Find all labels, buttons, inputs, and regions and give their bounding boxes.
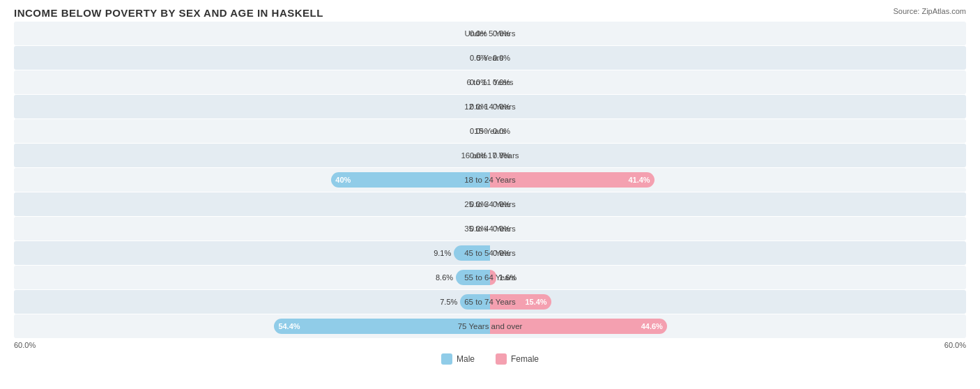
- bar-label: 25 to 34 Years: [464, 200, 516, 208]
- bar-label: Under 5 Years: [465, 29, 516, 38]
- bar-row: 0.0%0.0%15 Years: [14, 119, 966, 143]
- bar-row: 7.5%15.4%65 to 74 Years: [14, 290, 966, 314]
- bar-row: 0.0%0.0%16 and 17 Years: [14, 144, 966, 167]
- legend-female: Female: [496, 353, 539, 365]
- female-value-inside: 41.4%: [628, 176, 650, 184]
- bars-container: 0.0%0.0%Under 5 Years0.0%0.0%5 Years0.0%…: [14, 22, 966, 338]
- legend-male-label: Male: [457, 354, 475, 364]
- legend: Male Female: [14, 353, 966, 365]
- x-right-max: 60.0%: [944, 341, 966, 349]
- bar-label: 75 Years and over: [458, 322, 523, 330]
- bar-label: 55 to 64 Years: [464, 273, 516, 282]
- bar-row: 40%41.4%18 to 24 Years: [14, 168, 966, 192]
- source-label: Source: ZipAtlas.com: [893, 7, 966, 15]
- bar-row: 0.0%0.0%35 to 44 Years: [14, 217, 966, 241]
- legend-male-box: [441, 353, 452, 365]
- legend-male: Male: [441, 353, 475, 365]
- bar-label: 5 Years: [477, 54, 503, 62]
- legend-female-box: [496, 353, 507, 365]
- bar-label: 6 to 11 Years: [466, 78, 513, 86]
- bar-label: 18 to 24 Years: [464, 176, 516, 184]
- bar-label: 12 to 14 Years: [464, 102, 516, 111]
- bar-label: 16 and 17 Years: [461, 151, 519, 160]
- male-value-outside: 8.6%: [436, 273, 453, 282]
- bar-label: 15 Years: [475, 127, 506, 135]
- bar-row: 0.0%0.0%25 to 34 Years: [14, 192, 966, 216]
- female-value-inside: 15.4%: [525, 298, 546, 306]
- bar-row: 0.0%0.0%12 to 14 Years: [14, 95, 966, 119]
- bar-label: 35 to 44 Years: [464, 224, 516, 233]
- legend-female-label: Female: [511, 354, 539, 364]
- x-axis: 60.0% 60.0%: [14, 341, 966, 349]
- chart-container: INCOME BELOW POVERTY BY SEX AND AGE IN H…: [0, 0, 980, 389]
- bar-label: 65 to 74 Years: [464, 298, 516, 306]
- bar-row: 54.4%44.6%75 Years and over: [14, 314, 966, 338]
- male-value-inside: 40%: [335, 176, 351, 184]
- bar-row: 0.0%0.0%Under 5 Years: [14, 22, 966, 45]
- chart-title: INCOME BELOW POVERTY BY SEX AND AGE IN H…: [14, 7, 966, 19]
- x-left-max: 60.0%: [14, 341, 36, 349]
- bar-row: 0.0%0.0%5 Years: [14, 46, 966, 70]
- bar-row: 8.6%1.6%55 to 64 Years: [14, 266, 966, 289]
- male-value-outside: 9.1%: [434, 249, 451, 257]
- bar-row: 9.1%0.0%45 to 54 Years: [14, 241, 966, 265]
- male-value-outside: 7.5%: [440, 298, 457, 306]
- bar-label: 45 to 54 Years: [464, 249, 516, 257]
- bar-row: 0.0%0.0%6 to 11 Years: [14, 70, 966, 94]
- female-value-inside: 44.6%: [641, 322, 663, 330]
- male-value-inside: 54.4%: [278, 322, 300, 330]
- chart-area: 0.0%0.0%Under 5 Years0.0%0.0%5 Years0.0%…: [14, 22, 966, 365]
